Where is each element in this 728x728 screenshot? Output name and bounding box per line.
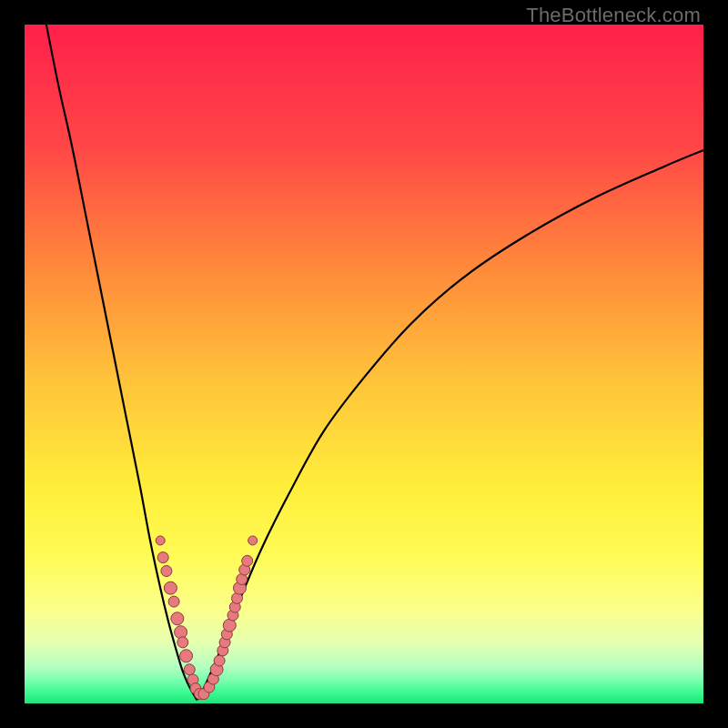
outer-frame: TheBottleneck.com	[0, 0, 728, 728]
data-marker	[157, 552, 168, 563]
data-marker	[248, 536, 258, 545]
data-marker	[161, 566, 172, 577]
gradient-background	[25, 25, 703, 703]
chart-svg	[25, 25, 703, 703]
data-marker	[177, 637, 188, 648]
data-marker	[175, 626, 187, 639]
data-marker	[168, 596, 179, 607]
data-marker	[164, 581, 177, 594]
data-marker	[171, 612, 184, 625]
data-marker	[242, 555, 253, 566]
data-marker	[180, 650, 193, 662]
data-marker	[214, 655, 225, 666]
data-marker	[184, 664, 195, 675]
data-marker	[156, 536, 165, 545]
plot-area	[25, 25, 703, 703]
